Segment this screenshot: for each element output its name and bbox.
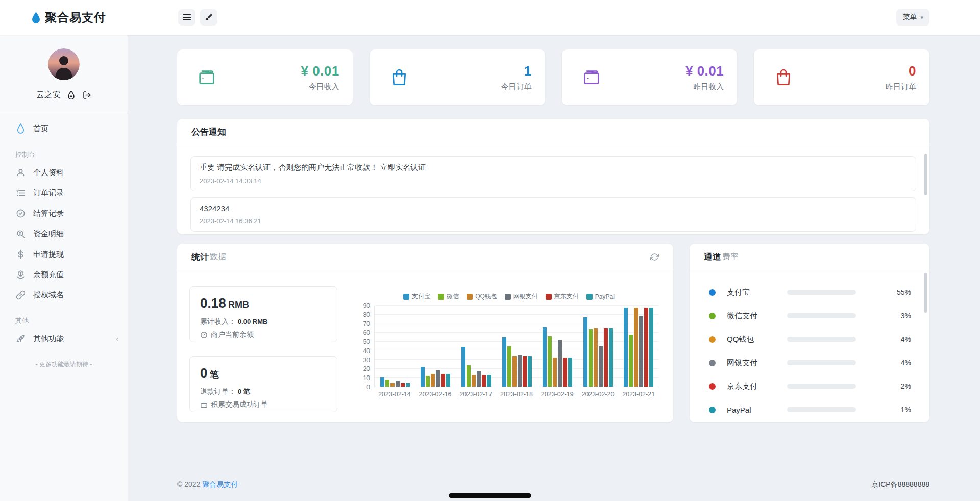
bar-group (537, 306, 578, 387)
sidebar-item-funds[interactable]: 资金明细 (0, 223, 128, 244)
rates-list: 支付宝 55% 微信支付 3% QQ钱包 4% (690, 270, 929, 421)
sidebar-item-profile[interactable]: 个人资料 (0, 162, 128, 183)
gauge-icon (200, 331, 208, 339)
bar (548, 336, 552, 387)
bar (528, 356, 532, 387)
bar (518, 355, 522, 387)
legend-swatch-icon (546, 294, 552, 300)
wallet-icon (197, 67, 217, 88)
bar (487, 375, 491, 387)
legend-item[interactable]: 京东支付 (546, 292, 579, 301)
x-tick-label: 2023-02-19 (537, 391, 578, 398)
stat-label: 今日收入 (301, 82, 339, 92)
rate-row-jd-pay: 京东支付 2% (690, 374, 929, 398)
bar (512, 356, 517, 387)
footer-brand-link[interactable]: 聚合易支付 (202, 480, 238, 488)
refresh-icon[interactable] (650, 253, 659, 261)
rate-percent: 1% (856, 406, 911, 414)
bar (406, 383, 410, 387)
bar (624, 308, 628, 387)
bar (446, 374, 450, 387)
bar (604, 328, 608, 387)
chart-legend: 支付宝微信QQ钱包网银支付京东支付PayPal (359, 292, 659, 301)
legend-item[interactable]: PayPal (586, 292, 615, 301)
y-tick-label: 40 (363, 347, 370, 355)
bar (634, 308, 638, 387)
logout-icon[interactable] (83, 91, 91, 99)
orders-box: 0 笔 退款订单： 0 笔 积累交易成功订单 (189, 356, 337, 412)
bar (436, 370, 440, 387)
channel-label: 京东支付 (727, 382, 787, 391)
chevron-down-icon: ▾ (920, 14, 923, 21)
rate-progress-bar (787, 384, 856, 389)
bar (482, 375, 486, 387)
legend-item[interactable]: 支付宝 (403, 292, 430, 301)
rate-row-online-banking: 网银支付 4% (690, 351, 929, 374)
rate-row-qq-wallet: QQ钱包 4% (690, 328, 929, 351)
sidebar-toggle-button[interactable] (178, 9, 195, 26)
bar (385, 380, 389, 387)
sidebar-item-label: 个人资料 (33, 168, 64, 178)
bar (629, 335, 633, 387)
link-icon (15, 290, 26, 300)
sidebar-section-label: 其他 (0, 316, 128, 325)
orders-row-value: 0 笔 (238, 388, 250, 395)
sidebar-item-recharge[interactable]: 余额充值 (0, 264, 128, 285)
scrollbar-thumb[interactable] (924, 273, 927, 313)
bar (390, 383, 395, 387)
legend-item[interactable]: 网银支付 (505, 292, 538, 301)
user-icon (15, 167, 26, 178)
legend-item[interactable]: QQ钱包 (467, 292, 497, 301)
rate-progress-bar (787, 313, 856, 318)
menu-dropdown-button[interactable]: 菜单 ▾ (896, 9, 929, 26)
sidebar-item-withdraw[interactable]: 申请提现 (0, 244, 128, 264)
sidebar-item-more-features[interactable]: 其他功能 ‹ (0, 329, 128, 349)
top-bar: 聚合易支付 菜单 ▾ (0, 0, 980, 35)
channel-label: QQ钱包 (727, 335, 787, 344)
sidebar-item-label: 资金明细 (33, 229, 64, 239)
rate-row-wechat: 微信支付 3% (690, 304, 929, 328)
sidebar-item-home[interactable]: 首页 (0, 118, 128, 139)
sidebar-item-orders[interactable]: 订单记录 (0, 183, 128, 203)
coin-icon (15, 269, 26, 280)
bar-group (578, 306, 619, 387)
avatar[interactable] (48, 48, 80, 80)
bar (599, 346, 603, 387)
sidebar-item-domains[interactable]: 授权域名 (0, 285, 128, 305)
y-tick-label: 90 (363, 302, 370, 309)
bar (553, 358, 557, 387)
bar (609, 328, 613, 387)
sidebar-item-label: 申请提现 (33, 249, 64, 259)
sidebar-item-settlements[interactable]: 结算记录 (0, 203, 128, 223)
bar (431, 374, 435, 387)
copyright-text: © 2022 (177, 480, 200, 488)
rate-percent: 4% (856, 335, 911, 343)
announcement-item[interactable]: 重要 请完成实名认证，否则您的商户无法正常收款！ 立即实名认证 2023-02-… (190, 156, 916, 191)
channel-dot-icon (709, 313, 716, 319)
orders-unit: 笔 (210, 369, 219, 380)
y-tick-label: 80 (363, 311, 370, 318)
stat-value: ¥ 0.01 (685, 63, 724, 79)
legend-item[interactable]: 微信 (438, 292, 459, 301)
stat-card-today-income: ¥ 0.01 今日收入 (177, 49, 353, 105)
channel-rates-panel: 通道 费率 支付宝 55% 微信支付 3% QQ钱包 (690, 244, 929, 422)
theme-button[interactable] (200, 9, 217, 26)
sidebar-item-label: 授权域名 (33, 290, 64, 300)
scrollbar-thumb[interactable] (924, 154, 927, 195)
bar (649, 308, 653, 387)
rate-progress-bar (787, 360, 856, 365)
balance-caption: 商户当前余额 (211, 330, 254, 339)
sidebar-item-label: 结算记录 (33, 209, 64, 218)
announcement-item[interactable]: 4324234 2023-02-14 16:36:21 (190, 197, 916, 232)
channel-label: 支付宝 (727, 288, 787, 297)
water-drop-icon[interactable] (67, 91, 76, 99)
rate-percent: 55% (856, 288, 911, 296)
balance-value: 0.18 (200, 295, 226, 311)
dollar-icon (15, 249, 26, 259)
wallet-icon (581, 67, 602, 88)
bar (568, 358, 572, 387)
channel-dot-icon (709, 407, 716, 413)
bar-group (456, 306, 497, 387)
bar (502, 337, 506, 387)
chart-x-axis: 2023-02-142023-02-162023-02-172023-02-18… (374, 391, 659, 398)
